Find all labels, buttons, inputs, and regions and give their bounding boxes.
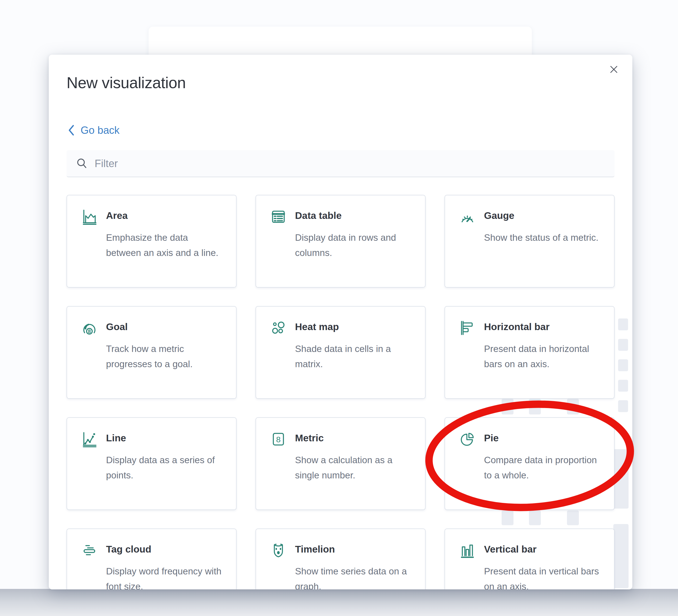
close-icon[interactable]: [607, 63, 620, 76]
viz-card-description: Compare data in proportion to a whole.: [484, 453, 601, 483]
viz-card-line[interactable]: Line Display data as a series of points.: [67, 417, 236, 510]
heat-map-icon: [270, 320, 287, 336]
viz-card-heat-map[interactable]: Heat map Shade data in cells in a matrix…: [256, 306, 425, 399]
deco-block: [618, 400, 628, 412]
area-chart-icon: [81, 209, 98, 225]
viz-card-description: Track how a metric progresses to a goal.: [106, 341, 223, 372]
viz-card-title: Pie: [484, 432, 499, 444]
screen: New visualization Go back Area Emphasize…: [0, 0, 678, 616]
viz-card-tag-cloud[interactable]: Tag cloud Display word frequency with fo…: [67, 529, 236, 589]
deco-block: [618, 318, 628, 330]
viz-card-title: Timelion: [295, 544, 335, 555]
viz-card-description: Show the status of a metric.: [484, 230, 601, 245]
viz-card-timelion[interactable]: Timelion Show time series data on a grap…: [256, 529, 425, 589]
gauge-icon: [459, 209, 476, 225]
viz-card-title: Vertical bar: [484, 544, 536, 555]
viz-card-description: Display data in rows and columns.: [295, 230, 412, 261]
go-back-label: Go back: [81, 124, 120, 136]
go-back-link[interactable]: Go back: [67, 124, 120, 137]
viz-card-title: Gauge: [484, 210, 515, 221]
viz-card-title: Heat map: [295, 321, 339, 333]
filter-search-box: [67, 150, 614, 177]
visualization-type-grid: Area Emphasize the data between an axis …: [67, 195, 614, 589]
viz-card-description: Show time series data on a graph.: [295, 564, 412, 589]
viz-card-title: Tag cloud: [106, 544, 151, 555]
pie-chart-icon: [459, 431, 476, 447]
viz-card-title: Data table: [295, 210, 342, 221]
viz-card-title: Metric: [295, 432, 324, 444]
line-chart-icon: [81, 431, 98, 447]
svg-text:8: 8: [88, 329, 91, 334]
viz-card-description: Display word frequency with font size.: [106, 564, 223, 589]
viz-card-description: Shade data in cells in a matrix.: [295, 341, 412, 372]
viz-card-pie[interactable]: Pie Compare data in proportion to a whol…: [445, 417, 614, 510]
viz-card-description: Present data in vertical bars on an axis…: [484, 564, 601, 589]
viz-card-gauge[interactable]: Gauge Show the status of a metric.: [445, 195, 614, 287]
search-icon: [76, 157, 88, 170]
viz-card-horizontal-bar[interactable]: Horizontal bar Present data in horizonta…: [445, 306, 614, 399]
viz-card-description: Present data in horizontal bars on an ax…: [484, 341, 601, 372]
svg-text:8: 8: [276, 435, 281, 444]
viz-card-data-table[interactable]: Data table Display data in rows and colu…: [256, 195, 425, 287]
viz-card-title: Goal: [106, 321, 128, 333]
goal-icon: 8: [81, 320, 98, 336]
viz-card-description: Emphasize the data between an axis and a…: [106, 230, 223, 261]
page-title: New visualization: [67, 74, 186, 92]
viz-card-area[interactable]: Area Emphasize the data between an axis …: [67, 195, 236, 287]
deco-block: [613, 524, 629, 588]
deco-block: [613, 449, 629, 509]
new-visualization-modal: New visualization Go back Area Emphasize…: [49, 55, 632, 589]
viz-card-vertical-bar[interactable]: Vertical bar Present data in vertical ba…: [445, 529, 614, 589]
deco-block: [618, 359, 628, 371]
timelion-icon: [270, 542, 287, 559]
viz-card-title: Line: [106, 432, 126, 444]
viz-card-metric[interactable]: 8 Metric Show a calculation as a single …: [256, 417, 425, 510]
deco-block: [618, 380, 628, 392]
modal-drop-shadow: [0, 589, 678, 616]
viz-card-description: Show a calculation as a single number.: [295, 453, 412, 483]
viz-card-goal[interactable]: 8 Goal Track how a metric progresses to …: [67, 306, 236, 399]
vertical-bar-icon: [459, 542, 476, 559]
viz-card-title: Horizontal bar: [484, 321, 550, 333]
deco-block: [618, 339, 628, 351]
metric-icon: 8: [270, 431, 287, 447]
viz-card-description: Display data as a series of points.: [106, 453, 223, 483]
data-table-icon: [270, 209, 287, 225]
horizontal-bar-icon: [459, 320, 476, 336]
tag-cloud-icon: [81, 542, 98, 559]
chevron-left-icon: [67, 124, 75, 137]
viz-card-title: Area: [106, 210, 128, 221]
filter-input[interactable]: [94, 157, 614, 170]
